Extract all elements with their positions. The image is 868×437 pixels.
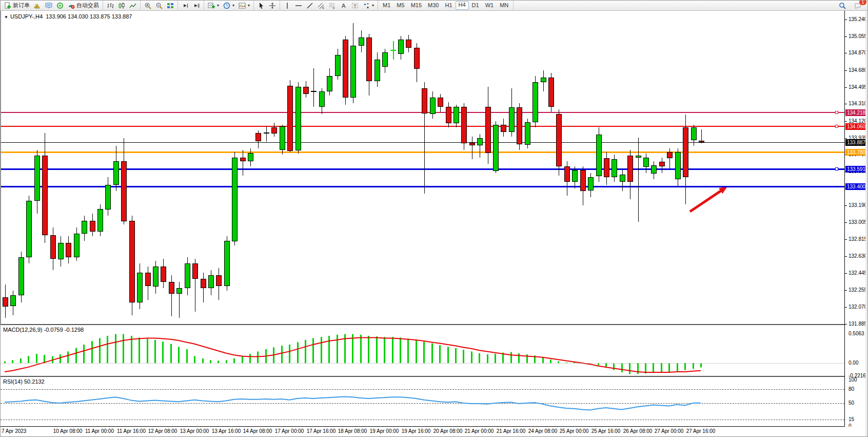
price-tick [845,205,847,206]
zoom-in-button[interactable] [142,1,153,10]
chevron-down-icon: ▾ [217,3,219,8]
hline-133.591[interactable] [1,168,845,170]
toolbar-group-chart-type [103,1,141,10]
time-axis-label: 25 Apr 00:00 [560,428,589,434]
macd-panel[interactable]: MACD(12,26,9) -0.0759 -0.1298 [1,325,844,377]
auto-trading-button[interactable]: 自动交易 [66,1,101,10]
search-button[interactable] [837,1,848,10]
tile-windows-icon [167,2,174,9]
timeframe-h1[interactable]: H1 [442,1,455,10]
fibonacci-button[interactable]: F [327,1,338,10]
arrow-annotation[interactable] [1,11,845,324]
doji-candle [264,132,269,134]
indicators-button[interactable]: ▾ [236,1,252,10]
zoom-in-icon [144,2,151,9]
toolbar-group-lines: E F A T ▾ [280,1,378,10]
search-icon [839,2,846,9]
timeframe-h4[interactable]: H4 [456,1,469,10]
candle-wick [313,68,314,107]
hline-handle[interactable] [835,111,838,114]
tile-windows-button[interactable] [165,1,176,10]
price-tick [845,324,847,325]
timeframe-m1[interactable]: M1 [380,1,393,10]
gold-bars-button[interactable] [32,1,43,10]
candle [97,209,103,232]
price-tick [845,20,847,20]
timeframe-m15[interactable]: M15 [408,1,425,10]
candle [82,221,87,234]
svg-text:F: F [333,7,335,9]
hline-133.400[interactable] [1,186,845,187]
candle [42,156,48,235]
candle [271,127,277,134]
new-chart-button[interactable]: ▾ [206,1,221,10]
chart-shift-button[interactable] [191,1,202,10]
trendline-button[interactable] [304,1,315,10]
toolbar-group-trade: 新订单 自动交易 [1,1,103,10]
main-chart-plot[interactable]: ▼USDJPY-,H4 133.906 134.030 133.875 133.… [1,11,845,325]
candle [469,143,475,145]
candle [596,135,602,176]
notification-badge: 1 [859,0,866,5]
cursor-button[interactable] [255,1,267,10]
candle [643,158,649,167]
timeframe-mn[interactable]: MN [497,1,511,10]
text-button[interactable]: A [338,1,349,10]
candle [335,55,341,76]
indicators-icon [239,2,246,9]
timeframe-w1[interactable]: W1 [482,1,497,10]
candle [121,161,127,221]
hline-handle[interactable] [835,167,838,170]
candle-wick [266,126,267,142]
candle [185,263,190,288]
channel-button[interactable]: E [315,1,327,10]
arrows-button[interactable]: ▾ [361,1,376,10]
candle [620,175,625,182]
time-axis[interactable]: 7 Apr 202310 Apr 08:0011 Apr 00:0011 Apr… [1,427,868,436]
periods-button[interactable]: ▾ [221,1,236,10]
candle [18,257,24,295]
text-label-button[interactable]: T [349,1,361,10]
auto-scroll-icon [182,2,189,9]
macd-title: MACD(12,26,9) -0.0759 -0.1298 [3,327,84,333]
price-axis[interactable]: 135.240135.055134.870134.680134.495134.3… [844,11,868,427]
toolbar-group-scroll [178,1,204,10]
candle-wick [669,148,670,168]
candle [541,78,546,82]
hline-handle[interactable] [835,125,838,128]
candle-wick [480,134,480,158]
hline-133.887[interactable] [1,142,845,143]
vertical-line-button[interactable] [282,1,293,10]
timeframe-m30[interactable]: M30 [425,1,442,10]
candle [34,156,40,201]
rsi-panel[interactable]: RSI(14) 50.2132 [1,377,844,427]
new-order-button[interactable]: 新订单 [2,1,32,10]
hline-133.780[interactable] [1,151,845,153]
price-tick-label: 135.055 [849,33,867,39]
candle [319,91,325,107]
market-watch-button[interactable] [43,1,54,10]
notifications-button[interactable]: 1 [852,1,863,10]
chevron-down-icon: ▾ [372,3,374,8]
arrows-icon [363,2,370,9]
line-chart-button[interactable] [127,1,139,10]
signal-button[interactable] [54,1,66,10]
horizontal-line-button[interactable] [293,1,304,10]
zoom-out-button[interactable] [153,1,165,10]
candle [691,127,697,140]
price-tick-label: 134.680 [849,67,867,73]
timeframe-d1[interactable]: D1 [469,1,482,10]
candlestick-chart-button[interactable] [116,1,127,10]
price-tick-label: 134.870 [849,50,867,55]
timeframe-m5[interactable]: M5 [393,1,407,10]
svg-text:T: T [354,3,357,8]
horizontal-line-icon [295,2,302,9]
hline-134.060[interactable] [1,126,845,127]
candle-wick [472,137,472,159]
crosshair-button[interactable] [267,1,278,10]
bar-chart-button[interactable] [105,1,116,10]
price-tick [845,239,847,240]
auto-scroll-button[interactable] [180,1,191,10]
price-tick-label: 133.190 [849,202,867,208]
candle [169,282,174,294]
